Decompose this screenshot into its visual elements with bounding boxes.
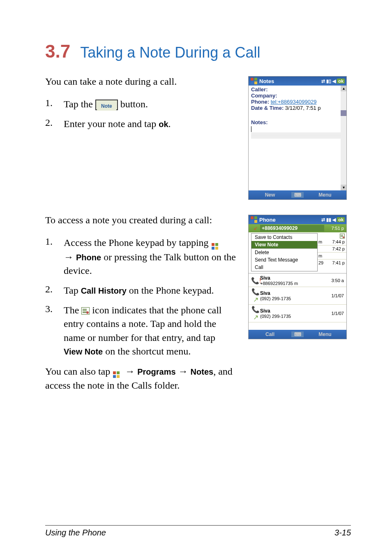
keyboard-icon[interactable]: ⌨ — [291, 192, 304, 198]
partial-row-3[interactable]: m — [318, 252, 346, 259]
titlebar-icons: ⇄ ▮▯ ◀ ok — [321, 79, 345, 84]
signal-icon[interactable]: ▮▮ — [326, 217, 331, 222]
partial-row-1[interactable]: m7:44 p — [318, 239, 346, 246]
row-m: m — [318, 253, 322, 258]
menu-delete[interactable]: Delete — [251, 249, 317, 256]
row-main: Siva +886922991735 m — [260, 275, 324, 286]
footer-left: Using the Phone — [45, 528, 106, 537]
volume-icon[interactable]: ◀ — [332, 217, 336, 222]
menubar-menu[interactable]: Menu — [304, 331, 346, 337]
svg-rect-5 — [215, 243, 218, 246]
step-body: Access the Phone keypad by tapping → Pho… — [64, 236, 236, 278]
phone-link[interactable]: tel:+886934099029 — [271, 99, 317, 105]
start-icon — [211, 240, 219, 248]
partial-row-4[interactable]: 297:41 p — [318, 259, 346, 266]
titlebar-title: Notes — [259, 78, 320, 84]
scroll-up-button[interactable]: ▴ — [341, 86, 346, 91]
page-footer: Using the Phone 3-15 — [45, 525, 351, 537]
selected-number: +886934099029 — [260, 225, 324, 232]
svg-rect-10 — [113, 375, 116, 378]
row-time: 7:44 p — [332, 239, 345, 244]
connectivity-icon[interactable]: ⇄ — [321, 79, 325, 84]
notes-label: Notes — [191, 367, 214, 376]
notes-input-line[interactable] — [251, 125, 344, 132]
phone-label: Phone — [76, 253, 101, 262]
svg-rect-13 — [254, 216, 257, 219]
ok-button[interactable]: ok — [337, 217, 345, 222]
call-history-selected-row[interactable]: ↙ +886934099029 7:51 p — [249, 224, 346, 232]
menu-call[interactable]: Call — [251, 264, 317, 271]
popup-container: Save to Contacts View Note Delete Send T… — [249, 232, 346, 272]
company-label: Company — [251, 93, 275, 99]
step-a2-end: . — [168, 118, 171, 129]
device-phone: Phone ⇄ ▮▮ ◀ ok ↙ +886934099029 7:51 p — [248, 215, 347, 339]
svg-rect-6 — [212, 247, 214, 250]
note-indicator-icon — [81, 307, 90, 315]
block-2-text: To access a note you created during a ca… — [45, 215, 236, 392]
call-history-row[interactable]: 📞! Siva +886922991735 m 3:50 a — [249, 274, 346, 287]
block-1: You can take a note during a call. 1. Ta… — [45, 76, 351, 215]
step-number: 1. — [45, 236, 64, 278]
menubar-call[interactable]: Call — [249, 331, 291, 337]
page: 3.7 Taking a Note During a Call You can … — [0, 0, 392, 556]
phone-body: ↙ +886934099029 7:51 p Save to Contacts … — [249, 224, 346, 330]
heading-number: 3.7 — [45, 41, 70, 61]
access-intro: To access a note you created during a ca… — [45, 215, 236, 226]
volume-icon[interactable]: ◀ — [332, 79, 336, 84]
keyboard-icon[interactable]: ⌨ — [291, 331, 304, 337]
arrow-icon: → — [178, 366, 188, 377]
blank-line — [251, 111, 344, 119]
row-name: Siva — [260, 290, 324, 296]
row-sub: +886922991735 m — [260, 281, 324, 286]
row-m: 29 — [318, 260, 323, 265]
partial-row-0 — [318, 233, 346, 239]
partial-row-2[interactable]: 7:42 p — [318, 246, 346, 252]
notes-body[interactable]: ▴ ▾ Caller: Company: Phone: tel:+8869340… — [249, 86, 346, 190]
note-mini-icon — [340, 234, 345, 239]
step-number: 2. — [45, 284, 64, 298]
scroll-thumb[interactable] — [341, 110, 346, 116]
call-history-label: Call History — [81, 286, 127, 295]
menu-save-contacts[interactable]: Save to Contacts — [251, 234, 317, 241]
step-number: 3. — [45, 303, 64, 359]
svg-rect-7 — [215, 247, 218, 250]
step-b3-d: on the shortcut menu. — [103, 346, 191, 357]
screenshot-notes: Notes ⇄ ▮▯ ◀ ok ▴ ▾ Caller: Company: Pho — [248, 76, 351, 210]
signal-icon[interactable]: ▮▯ — [326, 79, 331, 84]
menubar-new[interactable]: New — [249, 192, 291, 198]
footer-page-number: 3-15 — [334, 528, 351, 537]
call-history-row[interactable]: 📞↗ Siva (092) 299-1735 1/1/07 — [249, 287, 346, 305]
menu-send-text[interactable]: Send Text Message — [251, 256, 317, 264]
connectivity-icon[interactable]: ⇄ — [321, 217, 325, 222]
datetime-label: Date & Time — [251, 105, 282, 111]
ok-button[interactable]: ok — [337, 79, 345, 83]
ok-label: ok — [159, 120, 168, 129]
phone-label: Phone — [251, 99, 267, 105]
step-number: 2. — [45, 117, 64, 131]
context-menu: Save to Contacts View Note Delete Send T… — [251, 233, 318, 271]
menu-view-note[interactable]: View Note — [251, 241, 317, 248]
svg-rect-12 — [251, 216, 254, 219]
menubar-menu[interactable]: Menu — [304, 192, 346, 198]
call-history-row[interactable]: 📞↗ Siva (092) 299-1735 1/1/07 — [249, 305, 346, 322]
menubar-notes: New ⌨ Menu — [249, 190, 346, 199]
scroll-down-button[interactable]: ▾ — [341, 185, 346, 190]
step-b3: 3. The icon indicates that the phone cal… — [45, 303, 236, 359]
row-name: Siva — [260, 308, 324, 314]
selected-time: 7:51 p — [324, 226, 344, 231]
row-time: 3:50 a — [324, 278, 344, 283]
programs-label: Programs — [137, 367, 175, 376]
row-m: m — [318, 239, 322, 244]
row-time: 1/1/07 — [324, 311, 344, 316]
row-time: 7:42 p — [332, 246, 345, 251]
step-body: Tap Call History on the Phone keypad. — [64, 284, 236, 298]
company-line: Company: — [251, 93, 344, 99]
steps-list-b: 1. Access the Phone keypad by tapping → … — [45, 236, 236, 359]
start-flag-icon[interactable] — [250, 216, 258, 223]
outgoing-call-icon: 📞↗ — [251, 288, 260, 303]
notes-label: Notes — [251, 119, 266, 125]
svg-rect-14 — [251, 220, 254, 223]
step-body: Tap the Note button. — [64, 97, 236, 111]
start-flag-icon[interactable] — [250, 77, 258, 85]
scrollbar-track[interactable] — [341, 91, 346, 185]
